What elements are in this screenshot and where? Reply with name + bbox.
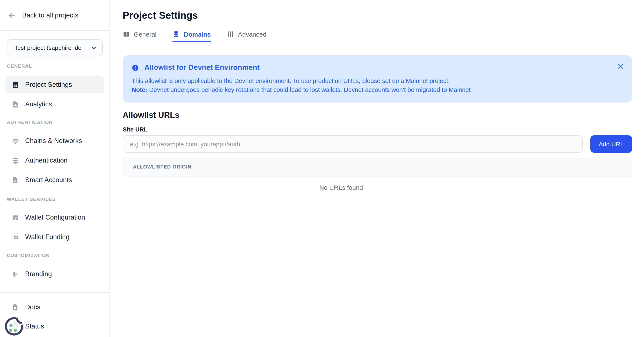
sidebar-item-docs[interactable]: Docs <box>5 299 104 316</box>
site-url-input[interactable] <box>123 135 583 153</box>
tab-domains[interactable]: Domains <box>173 31 211 42</box>
sidebar-item-analytics[interactable]: Analytics <box>5 96 104 113</box>
sidebar-item-label: Chains & Networks <box>25 137 82 145</box>
allowlist-table: ALLOWLISTED ORIGIN No URLs found <box>123 157 632 191</box>
arrow-left-icon <box>8 11 16 19</box>
sidebar-item-authentication[interactable]: Authentication <box>5 152 104 169</box>
sidebar-item-label: Status <box>25 323 44 330</box>
sidebar-item-wallet-funding[interactable]: Wallet Funding <box>5 229 104 246</box>
sidebar-item-label: Authentication <box>25 157 68 164</box>
sidebar-item-branding[interactable]: Branding <box>5 266 104 280</box>
wifi-icon <box>12 137 19 144</box>
tab-bar: General Domains Advanced <box>123 31 635 42</box>
banknote-icon <box>12 233 19 241</box>
docs-icon <box>12 304 19 311</box>
banner-title: Allowlist for Devnet Environment <box>144 63 260 72</box>
sidebar-item-label: Wallet Configuration <box>25 214 85 221</box>
sidebar-item-label: Project Settings <box>25 81 72 88</box>
sidebar-item-label: Branding <box>25 270 52 278</box>
chevron-down-icon <box>91 44 97 51</box>
page-title: Project Settings <box>123 10 635 21</box>
site-url-row: Add URL <box>123 135 635 153</box>
empty-state-text: No URLs found <box>123 184 632 191</box>
sliders-icon <box>227 31 234 38</box>
back-label: Back to all projects <box>22 11 78 19</box>
banner-note-text: Devnet undergoes periodic key rotations … <box>147 86 471 93</box>
tab-general[interactable]: General <box>123 31 156 42</box>
back-to-projects-button[interactable]: Back to all projects <box>0 0 110 31</box>
banner-header: Allowlist for Devnet Environment <box>132 63 623 72</box>
app: Back to all projects Test project (sapph… <box>0 0 644 337</box>
allowlist-urls-heading: Allowlist URLs <box>123 111 635 120</box>
banner-close-button[interactable] <box>617 62 624 70</box>
sidebar-item-label: Docs <box>25 303 40 311</box>
analytics-file-icon <box>12 101 19 108</box>
sidebar-item-smart-accounts[interactable]: Smart Accounts <box>5 171 104 189</box>
main-content: Project Settings General Domains Advance… <box>110 0 644 337</box>
project-selector[interactable]: Test project (sapphire_de <box>7 39 103 56</box>
section-label-wallet-services: WALLET SERVICES <box>7 197 103 202</box>
clipboard-icon <box>12 81 19 88</box>
section-label-authentication: AUTHENTICATION <box>7 120 103 125</box>
allowlisted-origin-column-header: ALLOWLISTED ORIGIN <box>133 164 192 169</box>
sidebar-item-wallet-configuration[interactable]: Wallet Configuration <box>5 209 104 226</box>
sidebar-nav: Test project (sapphire_de GENERAL Projec… <box>0 31 110 280</box>
database-icon <box>173 31 180 38</box>
site-url-label: Site URL <box>123 126 635 133</box>
tab-advanced[interactable]: Advanced <box>227 31 266 42</box>
banner-body: This allowlist is only applicable to the… <box>132 77 623 94</box>
table-grid-icon <box>123 31 130 38</box>
tab-label: General <box>134 31 156 38</box>
cookie-icon <box>4 315 25 337</box>
tab-label: Advanced <box>238 31 266 38</box>
database-icon <box>12 157 19 164</box>
file-icon <box>12 176 19 184</box>
section-label-customization: CUSTOMIZATION <box>7 253 103 258</box>
devnet-allowlist-banner: Allowlist for Devnet Environment This al… <box>123 55 632 102</box>
branding-icon <box>12 270 19 278</box>
close-icon <box>617 62 624 70</box>
sidebar-item-label: Smart Accounts <box>25 176 72 184</box>
project-selector-value: Test project (sapphire_de <box>14 44 91 51</box>
sidebar-item-label: Analytics <box>25 100 52 108</box>
sidebar-item-label: Wallet Funding <box>25 233 70 241</box>
wallet-gear-icon <box>12 214 19 221</box>
info-icon <box>132 64 139 71</box>
banner-note-label: Note: <box>132 86 147 93</box>
sidebar: Back to all projects Test project (sapph… <box>0 0 110 337</box>
tab-label: Domains <box>184 31 211 38</box>
add-url-button[interactable]: Add URL <box>590 135 632 153</box>
banner-note: Note: Devnet undergoes periodic key rota… <box>132 85 623 94</box>
cookie-consent-button[interactable] <box>4 315 25 337</box>
sidebar-item-chains-networks[interactable]: Chains & Networks <box>5 132 104 149</box>
sidebar-item-project-settings[interactable]: Project Settings <box>5 76 104 93</box>
section-label-general: GENERAL <box>7 63 103 68</box>
allowlist-table-header: ALLOWLISTED ORIGIN <box>123 157 632 177</box>
banner-line1: This allowlist is only applicable to the… <box>132 77 623 85</box>
